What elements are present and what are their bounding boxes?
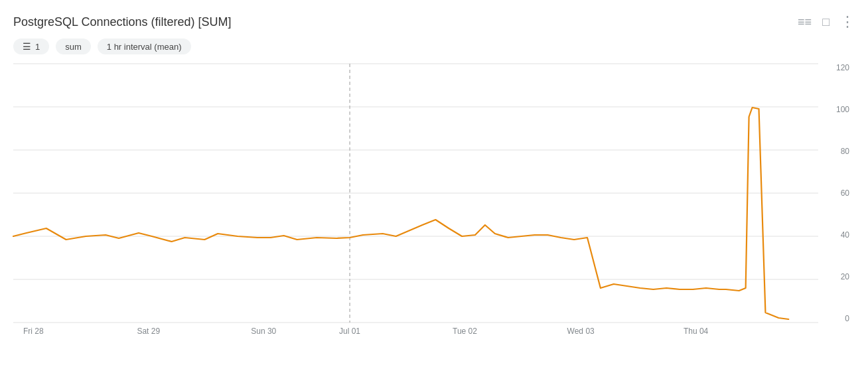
x-axis: Fri 28 Sat 29 Sun 30 Jul 01 Tue 02 Wed 0… — [13, 323, 818, 342]
x-label-fri28: Fri 28 — [23, 327, 44, 336]
chart-area: 120 100 80 60 40 20 0 — [13, 64, 855, 342]
y-label-120: 120 — [836, 64, 849, 72]
chart-svg — [13, 64, 818, 323]
chip-label-1: 1 — [35, 42, 40, 52]
x-label-jul01: Jul 01 — [339, 327, 360, 336]
filter-chip-1[interactable]: ☰ 1 — [13, 38, 49, 54]
chart-container: PostgreSQL Connections (filtered) [SUM] … — [0, 0, 868, 373]
y-label-60: 60 — [841, 189, 849, 197]
expand-icon[interactable]: □ — [822, 15, 830, 29]
x-label-wed03: Wed 03 — [567, 327, 595, 336]
x-label-tue02: Tue 02 — [453, 327, 477, 336]
header-row: PostgreSQL Connections (filtered) [SUM] … — [13, 13, 855, 31]
x-label-sat29: Sat 29 — [137, 327, 160, 336]
more-icon[interactable]: ⋮ — [840, 13, 855, 31]
header-icons: ≡≡ □ ⋮ — [798, 13, 855, 31]
chip-label-3: 1 hr interval (mean) — [107, 42, 182, 52]
filter-chip-3[interactable]: 1 hr interval (mean) — [98, 38, 191, 54]
filter-row: ☰ 1 sum 1 hr interval (mean) — [13, 38, 855, 54]
filter-chip-2[interactable]: sum — [56, 38, 91, 54]
y-label-100: 100 — [836, 106, 849, 113]
x-label-thu04: Thu 04 — [684, 327, 708, 336]
list-icon[interactable]: ≡≡ — [798, 15, 812, 29]
y-axis: 120 100 80 60 40 20 0 — [818, 64, 855, 323]
y-label-0: 0 — [845, 315, 849, 323]
filter-icon: ☰ — [23, 41, 31, 52]
y-label-40: 40 — [841, 231, 849, 239]
chart-inner — [13, 64, 818, 323]
chart-title: PostgreSQL Connections (filtered) [SUM] — [13, 15, 231, 29]
y-label-80: 80 — [841, 147, 849, 155]
x-label-sun30: Sun 30 — [251, 327, 276, 336]
chip-label-2: sum — [65, 42, 82, 52]
y-label-20: 20 — [841, 273, 849, 281]
